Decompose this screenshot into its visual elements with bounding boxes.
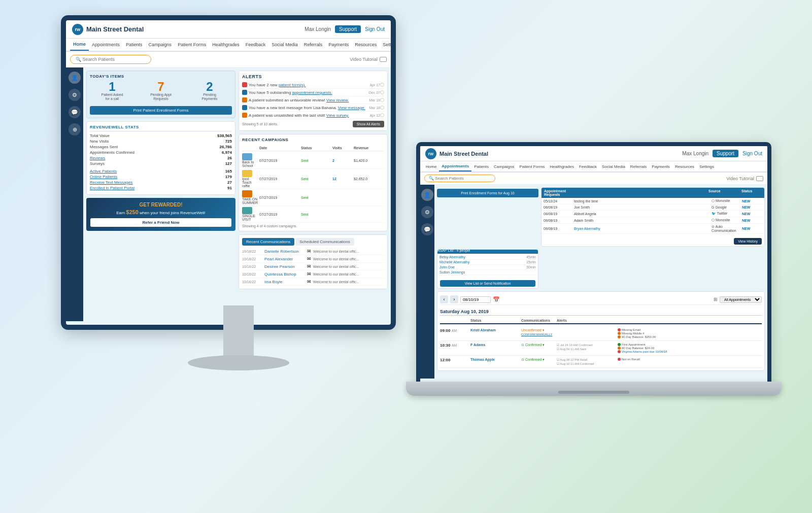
lap-sidebar-avatar[interactable]: 👤 [421,189,433,201]
nav-campaigns[interactable]: Campaigns [146,39,175,51]
appt-time-3: 12:00 [440,358,470,362]
laptop-logo-icon: rw [425,148,436,159]
lap-nav-patients[interactable]: Patients [471,161,491,172]
lap-sidebar-settings[interactable]: ⚙ [421,206,433,218]
show-all-alerts-button[interactable]: Show All Alerts [353,121,384,127]
monitor-content-area: TODAY'S ITEMS 1 Patient Asked for a call… [83,67,391,321]
laptop-enroll-button[interactable]: Print Enrollment Forms for Aug 10 [437,189,538,197]
sidebar-settings-icon[interactable]: ⚙ [69,89,81,101]
sidebar-chat-icon[interactable]: 💬 [69,106,81,118]
appt-req-header: Appointment Requests Source Status [542,188,764,198]
lap-nav-payments[interactable]: Payments [649,161,672,172]
lap-nav-appointments[interactable]: Appointments [439,161,471,172]
tab-recent-comms[interactable]: Recent Communications [242,238,294,246]
campaign-thumb-4 [242,207,252,214]
monitor: Main Street Dentalrw Main Street Dental … [61,15,416,411]
reward-text: Earn $250 when your friend joins Revenue… [90,209,231,215]
monitor-support-link[interactable]: Support [335,25,361,33]
monitor-main-content: 👤 ⚙ 💬 ⊕ TODAY'S ITEMS 1 [66,67,391,321]
alert-row-3: A patient submitted an unfavorable revie… [242,96,384,104]
comm-row-3: 10/16/22 Desiree Pearson ✉ Welcome to ou… [242,263,384,270]
view-history-button[interactable]: View History [734,238,762,245]
appt-req-row-4: 08/08/19 Adam Smith ⬡ Monosite NEW [542,217,764,224]
nav-home[interactable]: Home [70,39,89,51]
lap-nav-feedback[interactable]: Feedback [577,161,599,172]
stat-payments-number: 2 [197,81,222,93]
laptop-content-area: Print Enrollment Forms for Aug 10 Appoin… [434,185,767,379]
comm-row-2: 10/16/22 Pearl Alexander ✉ Welcome to ou… [242,255,384,263]
campaigns-cols: Date Status Visits Revenue [242,146,384,151]
nav-referrals[interactable]: Referrals [301,39,326,51]
laptop-search-input[interactable] [424,175,495,182]
monitor-search-input[interactable] [70,55,151,64]
lap-nav-campaigns[interactable]: Campaigns [491,161,517,172]
alert-icon-4 [242,105,247,110]
alert-icon-1 [242,82,247,87]
nav-patients[interactable]: Patients [123,39,146,51]
cal-filter-select[interactable]: All Appointments [720,296,762,303]
refer-friend-button[interactable]: Refer a Friend Now [90,218,231,227]
laptop-search-row: Video Tutorial [420,173,767,185]
laptop-support-link[interactable]: Support [713,150,738,157]
laptop: rw Main Street Dental Max Longin Support… [416,142,782,447]
monitor-header-right: Max Longin Support Sign Out [304,25,385,33]
laptop-video-box-icon [756,176,763,181]
todays-items-block: TODAY'S ITEMS 1 Patient Asked for a call… [86,71,235,118]
laptop-enroll-section: Print Enrollment Forms for Aug 10 [437,187,538,197]
cal-prev-button[interactable]: ‹ [440,295,448,303]
nav-feedback[interactable]: Feedback [243,39,269,51]
appt-time-2: 10:30 AM [440,343,470,348]
revenuewell-title: REVENUEWELL STATS [90,125,232,131]
lap-nav-home[interactable]: Home [423,161,439,172]
stat-patient-portal: Enrolled in Patient Portal91 [90,186,232,190]
cal-day-header: Saturday Aug 10, 2019 [440,307,762,316]
lap-nav-settings[interactable]: Settings [697,161,717,172]
print-enrollment-button[interactable]: Print Patient Enrollment Forms [90,106,232,115]
monitor-screen: Main Street Dentalrw Main Street Dental … [61,15,396,330]
laptop-app-header: rw Main Street Dental Max Longin Support… [420,146,767,161]
lap-sidebar-chat[interactable]: 💬 [421,223,433,235]
lap-nav-referrals[interactable]: Referrals [628,161,649,172]
laptop-top-row: Print Enrollment Forms for Aug 10 Appoin… [437,187,765,247]
asap-row-2: Michelle Abernathy 15min [439,260,536,265]
nav-appointments[interactable]: Appointments [89,39,123,51]
comms-tabs: Recent Communications Scheduled Communic… [242,238,384,246]
appt-req-row-3: 08/08/19 Abbott Angela 🐦 Twitter NEW [542,211,764,217]
cal-calendar-icon: 📅 [493,296,500,303]
todays-items-title: TODAY'S ITEMS [90,74,232,79]
appt-row-1: 09:00 AM Kristi Abraham Unconfirmed ▾ CO… [440,326,762,341]
asap-notify-button[interactable]: View List or Send Notification [440,280,535,287]
laptop-middle-row: ASAP List - 4 people Betsy Abernathy 45m… [437,249,765,289]
lap-nav-healthgrades[interactable]: Healthgrades [547,161,577,172]
appt-req-row-2: 08/08/19 Joe Smith G Google NEW [542,204,764,211]
lap-nav-resources[interactable]: Resources [672,161,697,172]
laptop-signout-link[interactable]: Sign Out [742,151,762,156]
cal-date-input[interactable] [460,296,491,303]
campaign-thumb-1 [242,153,252,160]
lap-nav-social-media[interactable]: Social Media [599,161,628,172]
nav-patient-forms[interactable]: Patient Forms [175,39,209,51]
nav-resources[interactable]: Resources [352,39,380,51]
stat-new-visits: New Visits725 [90,139,232,144]
appt-time-1: 09:00 AM [440,328,470,333]
monitor-nav: Home Appointments Patients Campaigns Pat… [66,39,391,52]
comm-row-5: 10/16/22 Ima Boyle ✉ Welcome to our dent… [242,278,384,286]
laptop-base-ridge [558,391,629,394]
cal-next-button[interactable]: › [450,295,458,303]
nav-social-media[interactable]: Social Media [268,39,301,51]
alert-row-5: A patient was unsatisfied with the last … [242,112,384,119]
stat-appts-confirmed: Appointments Confirmed6,974 [90,150,232,155]
sidebar-avatar-icon[interactable]: 👤 [69,72,81,84]
monitor-app-title: Main Street Dental [86,25,144,33]
laptop-nav: Home Appointments Patients Campaigns Pat… [420,161,767,173]
nav-healthgrades[interactable]: Healthgrades [209,39,243,51]
monitor-signout-link[interactable]: Sign Out [365,26,385,32]
lap-nav-patient-forms[interactable]: Patient Forms [517,161,548,172]
nav-settings[interactable]: Settings [380,39,396,51]
stat-payments-label: Pending Payments [197,93,222,101]
asap-row-4: Sutton Jennings [439,270,536,275]
nav-payments[interactable]: Payments [325,39,352,51]
sidebar-misc-icon[interactable]: ⊕ [69,123,81,135]
tab-scheduled-comms[interactable]: Scheduled Communications [295,238,354,246]
alerts-title: ALERTS [242,74,384,79]
